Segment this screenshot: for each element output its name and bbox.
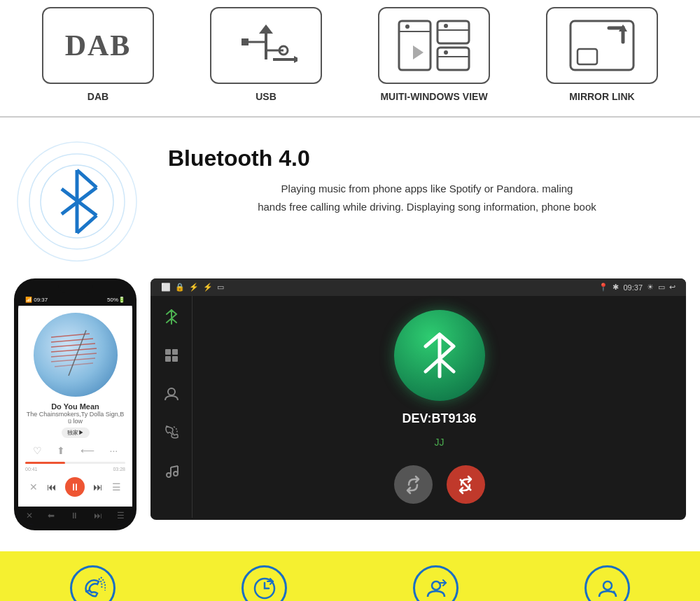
car-sidebar bbox=[150, 296, 192, 518]
sync-contact-icon bbox=[413, 565, 458, 601]
feature-calling: calling ly bbox=[552, 565, 664, 601]
car-screen: ⬜ 🔒 ⚡ ⚡ ▭ 📍 ✱ 09:37 ☀ ▭ ↩ bbox=[150, 278, 686, 520]
car-brightness-icon: ☀ bbox=[647, 283, 654, 292]
phone-time-current: 00:41 bbox=[25, 467, 38, 472]
svg-marker-17 bbox=[413, 45, 424, 59]
car-device-sub: JJ bbox=[435, 437, 444, 448]
dab-label: DAB bbox=[88, 91, 108, 102]
phone-shuffle-icon: ✕ bbox=[29, 481, 38, 493]
bt-devices-area: 📶 09:37 50%🔋 bbox=[14, 278, 686, 530]
phone-progress-bar bbox=[25, 462, 125, 464]
car-disconnect-btn[interactable] bbox=[447, 465, 485, 504]
bt-description: Playing music from phone apps like Spoti… bbox=[168, 180, 686, 215]
phone-controls-row: ♡ ⬆ ⟵ ··· bbox=[25, 442, 125, 459]
phone-overview-icon: ⏸ bbox=[70, 511, 78, 521]
bluetooth-section: Bluetooth 4.0 Playing music from phone a… bbox=[0, 118, 700, 551]
car-usb1-icon: ⚡ bbox=[189, 283, 199, 292]
svg-point-10 bbox=[405, 24, 410, 29]
svg-point-13 bbox=[444, 24, 448, 28]
phone-home-icon: ✕ bbox=[26, 511, 33, 521]
phone-album-area: Do You Mean The Chainsmokers,Ty Dolla Si… bbox=[18, 306, 132, 507]
phone-screen: 📶 09:37 50%🔋 bbox=[18, 294, 132, 525]
phone-playback-row: ✕ ⏮ ⏸ ⏭ ☰ bbox=[25, 474, 125, 500]
phone-tag: 独家▶ bbox=[62, 427, 90, 438]
svg-marker-7 bbox=[294, 56, 298, 63]
phone-back-icon: ⬅ bbox=[48, 511, 55, 521]
dab-item: DAB DAB bbox=[42, 7, 154, 102]
bt-title: Bluetooth 4.0 bbox=[168, 146, 686, 171]
phone-play-btn[interactable]: ⏸ bbox=[65, 477, 85, 497]
car-sidebar-contact-icon[interactable] bbox=[158, 380, 186, 408]
svg-rect-3 bbox=[241, 38, 248, 45]
phone-status-carrier: 📶 09:37 bbox=[25, 297, 48, 303]
svg-line-33 bbox=[51, 353, 97, 357]
phone-artist: The Chainsmokers,Ty Dolla Sign,B ü low bbox=[25, 411, 125, 425]
feature-wireless-answer: wireless answer bbox=[37, 565, 149, 601]
svg-line-34 bbox=[51, 358, 95, 362]
car-bt-icon: ✱ bbox=[612, 283, 619, 292]
multiwindow-icon bbox=[396, 17, 472, 73]
phone-progress-fill bbox=[25, 462, 65, 464]
car-bt-circle bbox=[394, 310, 485, 401]
usb-item: USB bbox=[210, 7, 322, 102]
heart-icon: ♡ bbox=[33, 445, 42, 456]
car-status-left-icons: ⬜ 🔒 ⚡ ⚡ ▭ bbox=[161, 283, 224, 292]
feature-callrecord: Synchronous callrecord bbox=[209, 565, 321, 601]
phone-album-art bbox=[34, 313, 118, 397]
phone-status-battery: 50%🔋 bbox=[107, 297, 125, 303]
car-device-name: DEV:BT9136 bbox=[402, 411, 476, 426]
svg-line-46 bbox=[171, 466, 178, 467]
bt-circles bbox=[14, 139, 140, 264]
svg-rect-39 bbox=[165, 356, 171, 362]
svg-point-16 bbox=[444, 50, 448, 55]
car-sidebar-bt-icon[interactable] bbox=[158, 303, 186, 331]
vinyl-icon bbox=[48, 327, 104, 383]
more-icon: ··· bbox=[110, 445, 118, 456]
phone-forward-icon: ⏭ bbox=[93, 481, 103, 493]
multiwindow-item: MUITI-WINDOWS VIEW bbox=[378, 7, 490, 102]
car-sidebar-music-icon[interactable] bbox=[158, 457, 186, 485]
car-sidebar-phone-icon[interactable] bbox=[158, 418, 186, 446]
svg-line-35 bbox=[55, 363, 93, 367]
phone-mockup: 📶 09:37 50%🔋 bbox=[14, 278, 136, 530]
svg-point-50 bbox=[603, 581, 612, 590]
usb-label: USB bbox=[255, 91, 276, 102]
mirrorlink-label: MIRROR LINK bbox=[569, 91, 634, 102]
svg-marker-1 bbox=[259, 24, 273, 34]
dab-icon: DAB bbox=[65, 29, 132, 62]
bt-logo-area bbox=[14, 139, 140, 264]
wireless-answer-icon bbox=[70, 565, 115, 601]
car-status-bar: ⬜ 🔒 ⚡ ⚡ ▭ 📍 ✱ 09:37 ☀ ▭ ↩ bbox=[150, 278, 686, 296]
car-home-icon: ⬜ bbox=[161, 283, 171, 292]
callrecord-icon bbox=[241, 565, 287, 601]
car-back-icon: ↩ bbox=[669, 283, 676, 292]
phone-time-row: 00:41 03:28 bbox=[25, 467, 125, 472]
phone-list-icon: ☰ bbox=[112, 481, 121, 493]
prev-icon: ⟵ bbox=[80, 445, 94, 456]
svg-point-41 bbox=[168, 388, 175, 395]
car-screen2-icon: ▭ bbox=[658, 283, 665, 292]
car-connect-btn[interactable] bbox=[394, 465, 433, 504]
phone-menu-icon: ☰ bbox=[117, 511, 125, 521]
multiwindow-icon-box bbox=[378, 7, 490, 84]
dab-icon-box: DAB bbox=[42, 7, 154, 84]
calling-icon bbox=[584, 565, 630, 601]
mirrorlink-icon bbox=[567, 17, 637, 73]
car-battery-icon: ▭ bbox=[217, 283, 224, 292]
usb-icon bbox=[234, 21, 298, 70]
car-usb2-icon: ⚡ bbox=[203, 283, 213, 292]
car-sidebar-grid-icon[interactable] bbox=[158, 341, 186, 369]
phone-status-bar: 📶 09:37 50%🔋 bbox=[18, 294, 132, 306]
bt-text-area: Bluetooth 4.0 Playing music from phone a… bbox=[140, 139, 686, 215]
car-action-buttons bbox=[394, 465, 485, 504]
phone-bottom-bar: ✕ ⬅ ⏸ ⏭ ☰ bbox=[18, 507, 132, 525]
svg-rect-38 bbox=[172, 349, 178, 355]
car-bt-content: DEV:BT9136 JJ bbox=[192, 296, 686, 518]
car-status-right-icons: 📍 ✱ 09:37 ☀ ▭ ↩ bbox=[598, 283, 676, 292]
phone-forward-btn: ⏭ bbox=[94, 511, 102, 521]
multiwindow-label: MUITI-WINDOWS VIEW bbox=[380, 91, 487, 102]
top-icons-section: DAB DAB USB bbox=[0, 0, 700, 118]
mirrorlink-item: MIRROR LINK bbox=[546, 7, 658, 102]
svg-line-36 bbox=[69, 330, 86, 376]
car-location-icon: 📍 bbox=[598, 283, 608, 292]
